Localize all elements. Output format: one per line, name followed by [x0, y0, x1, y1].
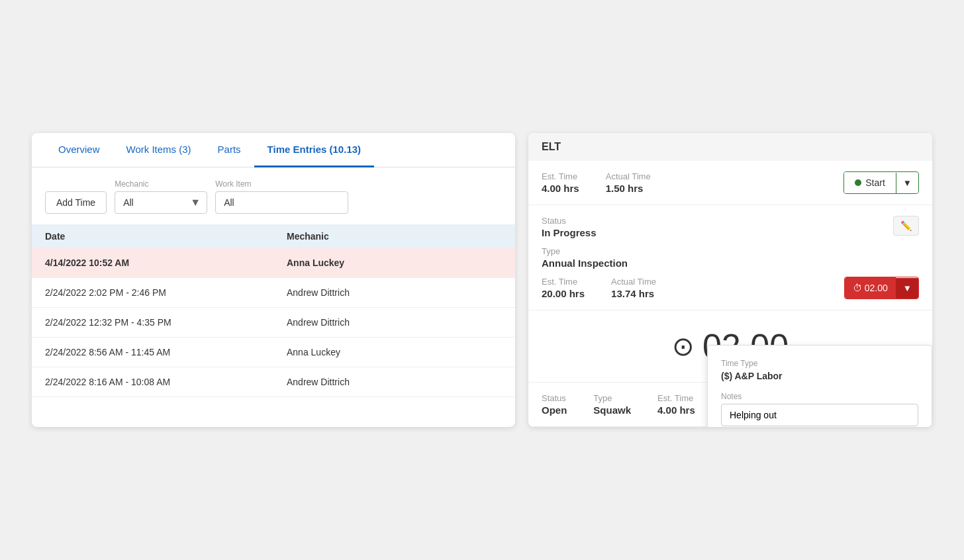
type-label-3: Type	[593, 393, 631, 403]
start-button-dropdown[interactable]: ▼	[896, 173, 918, 193]
start-button[interactable]: Start	[844, 172, 896, 193]
table-header: Date Mechanic	[32, 224, 515, 248]
start-button-wrapper: Start ▼	[844, 171, 919, 194]
status-block-3: Status Open	[542, 393, 567, 416]
type-label-2: Type	[542, 246, 919, 256]
section-2: Status In Progress ✏️ Type Annual Inspec…	[528, 205, 932, 310]
notes-label: Notes	[721, 392, 918, 401]
active-timer-button[interactable]: ⏱ 02.00	[845, 277, 896, 299]
type-value-2: Annual Inspection	[542, 257, 919, 269]
row-mechanic: Andrew Dittrich	[260, 287, 502, 298]
tab-parts[interactable]: Parts	[205, 133, 254, 167]
est-time-value-3: 4.00 hrs	[657, 404, 695, 416]
est-time-block-1: Est. Time 4.00 hrs	[542, 171, 579, 194]
add-time-button[interactable]: Add Time	[45, 191, 107, 214]
actual-time-value-1: 1.50 hrs	[606, 183, 651, 194]
status-label-2: Status	[542, 216, 597, 226]
status-label-3: Status	[542, 393, 567, 403]
est-time-value-2: 20.00 hrs	[542, 288, 585, 299]
status-block-2: Status In Progress	[542, 216, 597, 238]
tab-overview[interactable]: Overview	[45, 133, 113, 167]
est-time-block-3: Est. Time 4.00 hrs	[657, 393, 695, 416]
status-value-2: In Progress	[542, 227, 597, 238]
row-mechanic: Anna Luckey	[260, 347, 502, 357]
row-mechanic: Anna Luckey	[260, 257, 502, 268]
work-item-input[interactable]	[215, 191, 348, 214]
row-date: 2/24/2022 12:32 PM - 4:35 PM	[45, 317, 260, 328]
type-block-3: Type Squawk	[593, 393, 631, 416]
est-time-value-1: 4.00 hrs	[542, 183, 579, 194]
add-time-group: Add Time	[45, 178, 107, 214]
row-date: 2/24/2022 8:56 AM - 11:45 AM	[45, 347, 260, 357]
actual-time-block-2: Actual Time 13.74 hrs	[611, 277, 656, 299]
status-value-3: Open	[542, 404, 567, 416]
est-time-label-2: Est. Time	[542, 277, 585, 287]
table-row[interactable]: 4/14/2022 10:52 AM Anna Luckey	[32, 248, 515, 278]
right-panel: ELT Est. Time 4.00 hrs Actual Time 1.50 …	[528, 133, 932, 427]
mechanic-filter-label: Mechanic	[115, 179, 207, 189]
right-panel-header: ELT	[528, 133, 932, 161]
active-timer-dropdown[interactable]: ▼	[896, 278, 918, 299]
table-row[interactable]: 2/24/2022 12:32 PM - 4:35 PM Andrew Ditt…	[32, 308, 515, 338]
tab-work-items[interactable]: Work Items (3)	[113, 133, 205, 167]
mechanic-select[interactable]: All	[115, 191, 207, 214]
est-time-label-3: Est. Time	[657, 393, 695, 403]
left-panel: Overview Work Items (3) Parts Time Entri…	[32, 133, 515, 427]
est-time-label-1: Est. Time	[542, 171, 579, 181]
actual-time-block-1: Actual Time 1.50 hrs	[606, 171, 651, 194]
notes-input[interactable]	[721, 404, 918, 426]
timer-clock-icon-large: ⊙	[672, 331, 695, 361]
est-time-block-2: Est. Time 20.00 hrs	[542, 277, 585, 299]
type-value-3: Squawk	[593, 404, 631, 416]
tab-bar: Overview Work Items (3) Parts Time Entri…	[32, 133, 515, 167]
row-mechanic: Andrew Dittrich	[260, 317, 502, 328]
filter-row: Add Time Mechanic All ▼ Work Item	[32, 167, 515, 224]
col-date-header: Date	[45, 231, 260, 242]
section-1-info-row: Est. Time 4.00 hrs Actual Time 1.50 hrs …	[542, 171, 919, 194]
mechanic-filter-group: Mechanic All ▼	[115, 179, 207, 214]
edit-button-2[interactable]: ✏️	[893, 216, 919, 236]
col-mechanic-header: Mechanic	[260, 231, 502, 242]
type-block-2: Type Annual Inspection	[542, 246, 919, 269]
green-dot-icon	[855, 179, 861, 186]
actual-time-label-1: Actual Time	[606, 171, 651, 181]
active-timer-wrapper: ⏱ 02.00 ▼	[844, 277, 919, 299]
time-type-value: ($) A&P Labor	[721, 371, 918, 381]
section-2-time-row: Est. Time 20.00 hrs Actual Time 13.74 hr…	[542, 277, 919, 299]
time-type-label: Time Type	[721, 359, 918, 368]
row-date: 2/24/2022 2:02 PM - 2:46 PM	[45, 287, 260, 298]
timer-clock-icon: ⏱	[853, 283, 862, 293]
mechanic-select-wrapper: All ▼	[115, 191, 207, 214]
time-entry-popup: Time Type ($) A&P Labor Notes Stop Time …	[707, 345, 932, 427]
section-1: Est. Time 4.00 hrs Actual Time 1.50 hrs …	[528, 161, 932, 205]
start-button-label: Start	[865, 177, 885, 188]
row-date: 4/14/2022 10:52 AM	[45, 257, 260, 268]
right-panel-title: ELT	[542, 141, 561, 153]
work-item-filter-label: Work Item	[215, 179, 348, 189]
table-row[interactable]: 2/24/2022 8:56 AM - 11:45 AM Anna Luckey	[32, 338, 515, 367]
table-row[interactable]: 2/24/2022 2:02 PM - 2:46 PM Andrew Dittr…	[32, 278, 515, 308]
actual-time-value-2: 13.74 hrs	[611, 288, 656, 299]
row-date: 2/24/2022 8:16 AM - 10:08 AM	[45, 377, 260, 387]
row-mechanic: Andrew Dittrich	[260, 377, 502, 387]
active-timer-value: 02.00	[865, 283, 888, 293]
work-item-filter-group: Work Item	[215, 179, 348, 214]
table-row[interactable]: 2/24/2022 8:16 AM - 10:08 AM Andrew Ditt…	[32, 367, 515, 397]
actual-time-label-2: Actual Time	[611, 277, 656, 287]
tab-time-entries[interactable]: Time Entries (10.13)	[254, 133, 374, 167]
